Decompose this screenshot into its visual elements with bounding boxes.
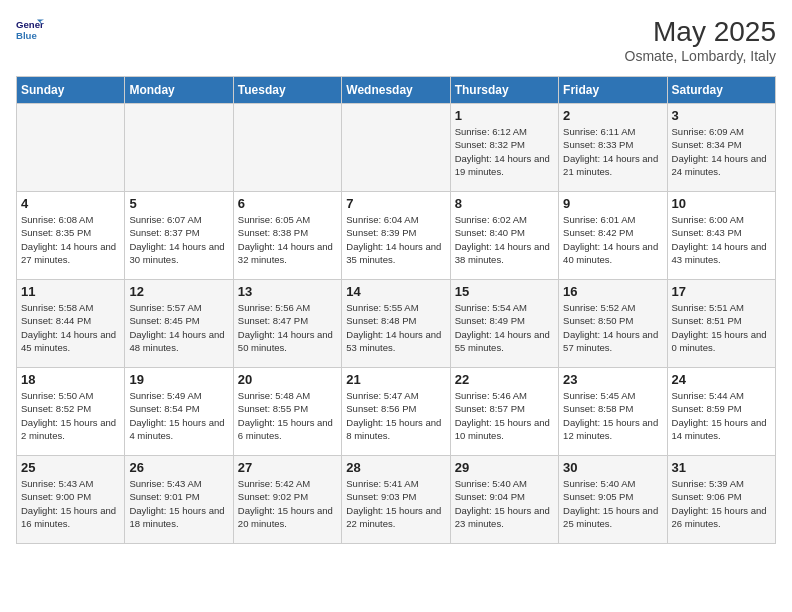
logo-icon: General Blue: [16, 16, 44, 44]
header-tuesday: Tuesday: [233, 77, 341, 104]
calendar-cell: 6Sunrise: 6:05 AM Sunset: 8:38 PM Daylig…: [233, 192, 341, 280]
calendar-cell: [342, 104, 450, 192]
cell-info: Sunrise: 5:50 AM Sunset: 8:52 PM Dayligh…: [21, 389, 120, 442]
day-number: 22: [455, 372, 554, 387]
cell-info: Sunrise: 6:01 AM Sunset: 8:42 PM Dayligh…: [563, 213, 662, 266]
day-number: 29: [455, 460, 554, 475]
calendar-cell: 9Sunrise: 6:01 AM Sunset: 8:42 PM Daylig…: [559, 192, 667, 280]
calendar-cell: 13Sunrise: 5:56 AM Sunset: 8:47 PM Dayli…: [233, 280, 341, 368]
cell-info: Sunrise: 5:42 AM Sunset: 9:02 PM Dayligh…: [238, 477, 337, 530]
week-row-3: 18Sunrise: 5:50 AM Sunset: 8:52 PM Dayli…: [17, 368, 776, 456]
cell-info: Sunrise: 5:39 AM Sunset: 9:06 PM Dayligh…: [672, 477, 771, 530]
calendar-cell: 27Sunrise: 5:42 AM Sunset: 9:02 PM Dayli…: [233, 456, 341, 544]
day-number: 16: [563, 284, 662, 299]
cell-info: Sunrise: 5:52 AM Sunset: 8:50 PM Dayligh…: [563, 301, 662, 354]
calendar-cell: 8Sunrise: 6:02 AM Sunset: 8:40 PM Daylig…: [450, 192, 558, 280]
calendar-cell: 16Sunrise: 5:52 AM Sunset: 8:50 PM Dayli…: [559, 280, 667, 368]
calendar-cell: 30Sunrise: 5:40 AM Sunset: 9:05 PM Dayli…: [559, 456, 667, 544]
day-number: 18: [21, 372, 120, 387]
day-number: 30: [563, 460, 662, 475]
cell-info: Sunrise: 6:08 AM Sunset: 8:35 PM Dayligh…: [21, 213, 120, 266]
calendar-cell: 22Sunrise: 5:46 AM Sunset: 8:57 PM Dayli…: [450, 368, 558, 456]
week-row-4: 25Sunrise: 5:43 AM Sunset: 9:00 PM Dayli…: [17, 456, 776, 544]
calendar-cell: [233, 104, 341, 192]
cell-info: Sunrise: 6:04 AM Sunset: 8:39 PM Dayligh…: [346, 213, 445, 266]
cell-info: Sunrise: 5:43 AM Sunset: 9:01 PM Dayligh…: [129, 477, 228, 530]
day-number: 5: [129, 196, 228, 211]
calendar-cell: 21Sunrise: 5:47 AM Sunset: 8:56 PM Dayli…: [342, 368, 450, 456]
cell-info: Sunrise: 5:55 AM Sunset: 8:48 PM Dayligh…: [346, 301, 445, 354]
day-number: 15: [455, 284, 554, 299]
day-number: 26: [129, 460, 228, 475]
cell-info: Sunrise: 5:48 AM Sunset: 8:55 PM Dayligh…: [238, 389, 337, 442]
title-block: May 2025 Osmate, Lombardy, Italy: [625, 16, 776, 64]
day-number: 24: [672, 372, 771, 387]
day-number: 2: [563, 108, 662, 123]
cell-info: Sunrise: 5:43 AM Sunset: 9:00 PM Dayligh…: [21, 477, 120, 530]
header-friday: Friday: [559, 77, 667, 104]
week-row-2: 11Sunrise: 5:58 AM Sunset: 8:44 PM Dayli…: [17, 280, 776, 368]
cell-info: Sunrise: 5:41 AM Sunset: 9:03 PM Dayligh…: [346, 477, 445, 530]
cell-info: Sunrise: 6:09 AM Sunset: 8:34 PM Dayligh…: [672, 125, 771, 178]
cell-info: Sunrise: 6:05 AM Sunset: 8:38 PM Dayligh…: [238, 213, 337, 266]
calendar-cell: 10Sunrise: 6:00 AM Sunset: 8:43 PM Dayli…: [667, 192, 775, 280]
day-number: 28: [346, 460, 445, 475]
day-number: 13: [238, 284, 337, 299]
cell-info: Sunrise: 5:54 AM Sunset: 8:49 PM Dayligh…: [455, 301, 554, 354]
calendar-cell: 18Sunrise: 5:50 AM Sunset: 8:52 PM Dayli…: [17, 368, 125, 456]
month-year: May 2025: [625, 16, 776, 48]
calendar-cell: 5Sunrise: 6:07 AM Sunset: 8:37 PM Daylig…: [125, 192, 233, 280]
day-number: 14: [346, 284, 445, 299]
calendar-cell: 28Sunrise: 5:41 AM Sunset: 9:03 PM Dayli…: [342, 456, 450, 544]
header-saturday: Saturday: [667, 77, 775, 104]
cell-info: Sunrise: 5:40 AM Sunset: 9:04 PM Dayligh…: [455, 477, 554, 530]
calendar-cell: 19Sunrise: 5:49 AM Sunset: 8:54 PM Dayli…: [125, 368, 233, 456]
calendar-header-row: SundayMondayTuesdayWednesdayThursdayFrid…: [17, 77, 776, 104]
svg-text:Blue: Blue: [16, 30, 37, 41]
calendar-cell: 11Sunrise: 5:58 AM Sunset: 8:44 PM Dayli…: [17, 280, 125, 368]
calendar-cell: [17, 104, 125, 192]
cell-info: Sunrise: 5:45 AM Sunset: 8:58 PM Dayligh…: [563, 389, 662, 442]
day-number: 1: [455, 108, 554, 123]
calendar-cell: 17Sunrise: 5:51 AM Sunset: 8:51 PM Dayli…: [667, 280, 775, 368]
day-number: 6: [238, 196, 337, 211]
calendar-cell: [125, 104, 233, 192]
day-number: 4: [21, 196, 120, 211]
calendar-cell: 20Sunrise: 5:48 AM Sunset: 8:55 PM Dayli…: [233, 368, 341, 456]
calendar-cell: 31Sunrise: 5:39 AM Sunset: 9:06 PM Dayli…: [667, 456, 775, 544]
logo: General Blue: [16, 16, 44, 44]
calendar-cell: 14Sunrise: 5:55 AM Sunset: 8:48 PM Dayli…: [342, 280, 450, 368]
cell-info: Sunrise: 6:07 AM Sunset: 8:37 PM Dayligh…: [129, 213, 228, 266]
day-number: 7: [346, 196, 445, 211]
header-wednesday: Wednesday: [342, 77, 450, 104]
cell-info: Sunrise: 6:00 AM Sunset: 8:43 PM Dayligh…: [672, 213, 771, 266]
cell-info: Sunrise: 5:57 AM Sunset: 8:45 PM Dayligh…: [129, 301, 228, 354]
day-number: 31: [672, 460, 771, 475]
day-number: 9: [563, 196, 662, 211]
calendar-cell: 3Sunrise: 6:09 AM Sunset: 8:34 PM Daylig…: [667, 104, 775, 192]
day-number: 25: [21, 460, 120, 475]
calendar-cell: 25Sunrise: 5:43 AM Sunset: 9:00 PM Dayli…: [17, 456, 125, 544]
day-number: 8: [455, 196, 554, 211]
calendar-cell: 12Sunrise: 5:57 AM Sunset: 8:45 PM Dayli…: [125, 280, 233, 368]
day-number: 10: [672, 196, 771, 211]
calendar-cell: 2Sunrise: 6:11 AM Sunset: 8:33 PM Daylig…: [559, 104, 667, 192]
day-number: 17: [672, 284, 771, 299]
day-number: 20: [238, 372, 337, 387]
cell-info: Sunrise: 5:49 AM Sunset: 8:54 PM Dayligh…: [129, 389, 228, 442]
calendar-cell: 23Sunrise: 5:45 AM Sunset: 8:58 PM Dayli…: [559, 368, 667, 456]
header-monday: Monday: [125, 77, 233, 104]
day-number: 21: [346, 372, 445, 387]
day-number: 27: [238, 460, 337, 475]
cell-info: Sunrise: 5:58 AM Sunset: 8:44 PM Dayligh…: [21, 301, 120, 354]
week-row-0: 1Sunrise: 6:12 AM Sunset: 8:32 PM Daylig…: [17, 104, 776, 192]
calendar-cell: 1Sunrise: 6:12 AM Sunset: 8:32 PM Daylig…: [450, 104, 558, 192]
calendar-cell: 24Sunrise: 5:44 AM Sunset: 8:59 PM Dayli…: [667, 368, 775, 456]
cell-info: Sunrise: 5:51 AM Sunset: 8:51 PM Dayligh…: [672, 301, 771, 354]
cell-info: Sunrise: 6:12 AM Sunset: 8:32 PM Dayligh…: [455, 125, 554, 178]
cell-info: Sunrise: 5:47 AM Sunset: 8:56 PM Dayligh…: [346, 389, 445, 442]
calendar-cell: 15Sunrise: 5:54 AM Sunset: 8:49 PM Dayli…: [450, 280, 558, 368]
page-header: General Blue May 2025 Osmate, Lombardy, …: [16, 16, 776, 64]
day-number: 12: [129, 284, 228, 299]
calendar-cell: 26Sunrise: 5:43 AM Sunset: 9:01 PM Dayli…: [125, 456, 233, 544]
